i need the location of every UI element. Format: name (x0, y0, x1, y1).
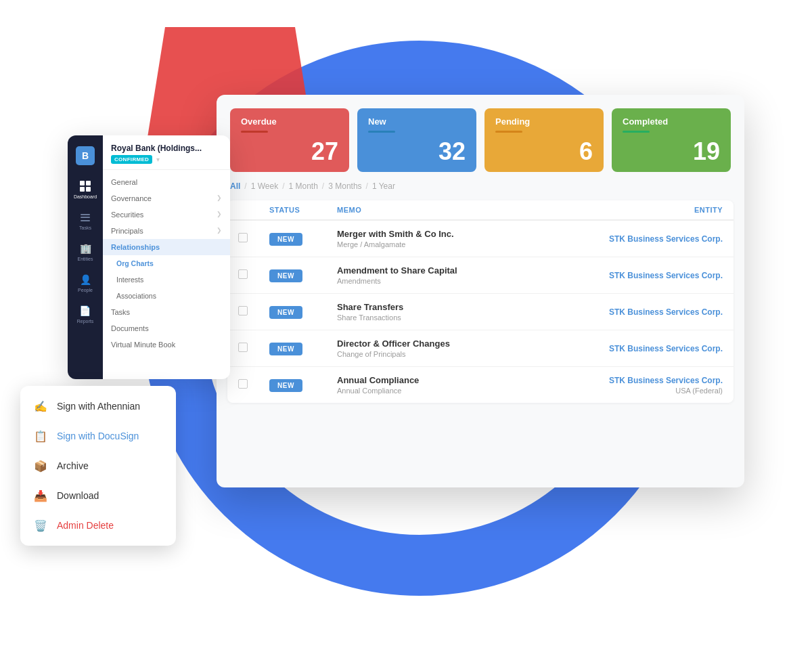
status-badge-0: NEW (269, 233, 302, 246)
sidebar-item-reports-icon[interactable]: 📄 Reports (77, 305, 94, 324)
sign-athennian-icon: ✍️ (34, 399, 47, 413)
context-sign-docusign[interactable]: 📋 Sign with DocuSign (20, 421, 176, 451)
download-icon: 📥 (34, 489, 47, 502)
confirmed-badge: CONFIRMED (111, 155, 152, 164)
app-logo-icon: B (76, 146, 95, 165)
dropdown-chevron-icon[interactable]: ▾ (156, 156, 160, 163)
context-menu: ✍️ Sign with Athennian 📋 Sign with DocuS… (20, 386, 176, 546)
memo-title-4: Annual Compliance (337, 375, 524, 385)
sidebar-title: Royal Bank (Holdings... (111, 144, 202, 153)
sign-docusign-label: Sign with DocuSign (57, 431, 139, 441)
memo-sub-3: Change of Principals (337, 350, 524, 358)
sidebar-nav-relationships[interactable]: Relationships (103, 239, 230, 255)
sidebar-nav-list: General Governance❯ Securities❯ Principa… (103, 170, 230, 357)
filter-all[interactable]: All (230, 181, 240, 191)
context-admin-delete[interactable]: 🗑️ Admin Delete (20, 510, 176, 540)
table-row[interactable]: NEW Share Transfers Share Transactions S… (227, 294, 734, 330)
sidebar-nav-org-charts[interactable]: Org Charts (103, 255, 230, 271)
pending-label: Pending (495, 116, 593, 127)
sidebar-nav: Royal Bank (Holdings... CONFIRMED ▾ Gene… (103, 135, 230, 379)
archive-label: Archive (57, 460, 89, 471)
context-sign-athennian[interactable]: ✍️ Sign with Athennian (20, 391, 176, 421)
entity-name-3: STK Business Services Corp. (545, 344, 723, 353)
row-checkbox-2[interactable] (238, 306, 248, 315)
context-download[interactable]: 📥 Download (20, 481, 176, 510)
tasks-table-container: STATUS MEMO ENTITY NEW Merger with Smith… (227, 200, 734, 403)
sidebar-nav-associations[interactable]: Associations (103, 288, 230, 304)
entity-name-2: STK Business Services Corp. (545, 307, 723, 317)
memo-title-0: Merger with Smith & Co Inc. (337, 229, 524, 239)
completed-count: 19 (623, 139, 720, 164)
entity-name-1: STK Business Services Corp. (545, 271, 723, 280)
sign-athennian-label: Sign with Athennian (57, 401, 140, 412)
col-memo: MEMO (326, 200, 535, 220)
status-card-new[interactable]: New 32 (357, 108, 476, 172)
completed-underline (623, 131, 650, 133)
status-badge-1: NEW (269, 269, 302, 282)
sidebar-item-people-icon[interactable]: 👤 People (78, 274, 93, 292)
filter-3months[interactable]: 3 Months (328, 181, 361, 191)
archive-icon: 📦 (34, 459, 47, 473)
entity-name-0: STK Business Services Corp. (545, 234, 723, 244)
entity-sub-4: USA (Federal) (545, 387, 723, 395)
memo-title-1: Amendment to Share Capital (337, 265, 524, 276)
sidebar-nav-principals[interactable]: Principals❯ (103, 223, 230, 239)
status-cards-row: Overdue 27 New 32 Pending 6 Completed 19 (217, 95, 744, 172)
sidebar-nav-general[interactable]: General (103, 174, 230, 190)
status-badge-3: NEW (269, 343, 302, 355)
sidebar-nav-virtual-minute-book[interactable]: Virtual Minute Book (103, 336, 230, 353)
admin-delete-label: Admin Delete (57, 520, 114, 531)
status-badge-4: NEW (269, 379, 302, 392)
sidebar-item-entities-icon[interactable]: 🏢 Entities (78, 242, 93, 261)
sidebar-nav-interests[interactable]: Interests (103, 271, 230, 288)
sidebar-nav-securities[interactable]: Securities❯ (103, 206, 230, 223)
status-card-completed[interactable]: Completed 19 (612, 108, 731, 172)
col-check (227, 200, 258, 220)
pending-underline (495, 131, 522, 133)
row-checkbox-0[interactable] (238, 233, 248, 242)
filter-1year[interactable]: 1 Year (372, 181, 395, 191)
table-row[interactable]: NEW Amendment to Share Capital Amendment… (227, 257, 734, 294)
main-app-panel: Overdue 27 New 32 Pending 6 Completed 19… (217, 95, 744, 487)
sidebar-nav-governance[interactable]: Governance❯ (103, 190, 230, 206)
table-row[interactable]: NEW Annual Compliance Annual Compliance … (227, 367, 734, 404)
sidebar-icon-rail: B Dashboard Tasks 🏢 Entities (68, 135, 103, 379)
pending-count: 6 (495, 139, 593, 164)
delete-icon: 🗑️ (34, 519, 47, 532)
sidebar-nav-tasks[interactable]: Tasks (103, 304, 230, 320)
sign-docusign-icon: 📋 (34, 429, 47, 443)
sidebar-item-dashboard[interactable]: Dashboard (74, 180, 97, 199)
download-label: Download (57, 490, 99, 501)
sidebar-item-tasks-icon[interactable]: Tasks (78, 211, 93, 230)
context-archive[interactable]: 📦 Archive (20, 451, 176, 481)
filter-bar: All / 1 Week / 1 Month / 3 Months / 1 Ye… (217, 172, 744, 200)
completed-label: Completed (623, 116, 720, 127)
row-checkbox-3[interactable] (238, 343, 248, 352)
row-checkbox-4[interactable] (238, 379, 248, 389)
entity-name-4: STK Business Services Corp. (545, 376, 723, 385)
sidebar-header: Royal Bank (Holdings... CONFIRMED ▾ (103, 135, 230, 170)
memo-title-3: Director & Officer Changes (337, 339, 524, 349)
status-card-pending[interactable]: Pending 6 (484, 108, 604, 172)
table-row[interactable]: NEW Merger with Smith & Co Inc. Merge / … (227, 220, 734, 257)
memo-sub-1: Amendments (337, 277, 524, 285)
memo-sub-2: Share Transactions (337, 313, 524, 322)
new-count: 32 (368, 139, 466, 164)
new-label: New (368, 116, 466, 127)
memo-sub-0: Merge / Amalgamate (337, 240, 524, 248)
status-card-overdue[interactable]: Overdue 27 (230, 108, 349, 172)
overdue-label: Overdue (241, 116, 338, 127)
col-status: STATUS (258, 200, 326, 220)
filter-1month[interactable]: 1 Month (289, 181, 318, 191)
col-entity: ENTITY (535, 200, 734, 220)
overdue-count: 27 (241, 139, 338, 164)
row-checkbox-1[interactable] (238, 269, 248, 279)
sidebar-panel: B Dashboard Tasks 🏢 Entities (68, 135, 230, 379)
memo-title-2: Share Transfers (337, 302, 524, 312)
new-underline (368, 131, 395, 133)
status-badge-2: NEW (269, 306, 302, 319)
table-row[interactable]: NEW Director & Officer Changes Change of… (227, 330, 734, 367)
filter-1week[interactable]: 1 Week (251, 181, 278, 191)
sidebar-nav-documents[interactable]: Documents (103, 320, 230, 336)
memo-sub-4: Annual Compliance (337, 387, 524, 395)
